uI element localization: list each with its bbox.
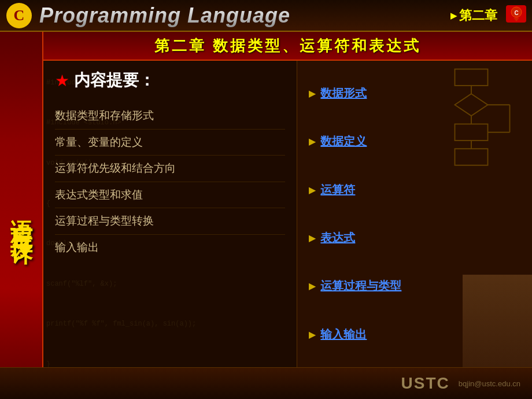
svg-text:C: C	[514, 10, 518, 16]
section-title-text: 内容提要：	[74, 69, 155, 91]
c-circle-icon: C	[6, 3, 32, 28]
arrow-icon-3: ▶	[309, 184, 316, 195]
link-item-4[interactable]: ▶ 表达式	[309, 227, 520, 249]
link-item-2[interactable]: ▶ 数据定义	[309, 130, 520, 153]
bottom-email: bqjin@ustc.edu.cn	[459, 379, 520, 388]
chapter-label: 第二章	[459, 7, 497, 24]
main-content: ★ 内容提要： 数据类型和存储形式 常量、变量的定义 运算符优先级和结合方向 表…	[43, 61, 532, 367]
chapter-title-bar: 第二章 数据类型、运算符和表达式	[43, 32, 532, 61]
content-right-panel: ▶ 数据形式 ▶ 数据定义 ▶ 运算符 ▶ 表达式 ▶ 运算过程与类型 ▶	[297, 61, 532, 367]
header-chapter: 第二章	[450, 7, 497, 24]
section-title: ★ 内容提要：	[55, 69, 285, 91]
content-item-2: 常量、变量的定义	[55, 130, 285, 156]
slide-container: #include <math.h> #include <stdio.h> voi…	[0, 0, 532, 399]
arrow-icon-6: ▶	[309, 329, 316, 340]
arrow-icon-2: ▶	[309, 136, 316, 147]
left-sidebar: 语言程序设计	[0, 32, 43, 399]
header-title: Programming Language	[34, 3, 450, 28]
link-text-3[interactable]: 运算符	[320, 182, 355, 198]
content-item-1: 数据类型和存储形式	[55, 103, 285, 130]
bottom-bar: USTC bqjin@ustc.edu.cn	[0, 367, 532, 399]
link-text-4[interactable]: 表达式	[320, 230, 355, 246]
content-left-panel: ★ 内容提要： 数据类型和存储形式 常量、变量的定义 运算符优先级和结合方向 表…	[43, 61, 297, 367]
content-item-5: 运算过程与类型转换	[55, 208, 285, 235]
content-item-3: 运算符优先级和结合方向	[55, 156, 285, 182]
c-logo: C	[5, 1, 34, 30]
content-item-6: 输入输出	[55, 235, 285, 261]
arrow-icon-5: ▶	[309, 280, 316, 291]
link-text-1[interactable]: 数据形式	[320, 86, 367, 101]
arrow-icon-4: ▶	[309, 232, 316, 243]
link-item-6[interactable]: ▶ 输入输出	[309, 323, 520, 346]
chapter-title-text: 第二章 数据类型、运算符和表达式	[154, 36, 421, 56]
link-item-3[interactable]: ▶ 运算符	[309, 179, 520, 201]
corner-logo: C	[506, 5, 529, 25]
arrow-icon-1: ▶	[309, 88, 316, 99]
link-item-1[interactable]: ▶ 数据形式	[309, 82, 520, 105]
ustc-logo: USTC	[401, 374, 450, 393]
svg-marker-12	[513, 18, 519, 21]
star-icon: ★	[55, 71, 69, 90]
link-text-2[interactable]: 数据定义	[320, 134, 367, 149]
corner-logo-img: C	[506, 5, 526, 23]
content-item-4: 表达式类型和求值	[55, 182, 285, 209]
sidebar-text: 语言程序设计	[6, 202, 36, 230]
link-text-5[interactable]: 运算过程与类型	[320, 278, 401, 294]
link-text-6[interactable]: 输入输出	[320, 327, 367, 342]
header: C Programming Language 第二章 C	[0, 0, 532, 32]
header-title-text: Programming Language	[39, 3, 290, 27]
link-item-5[interactable]: ▶ 运算过程与类型	[309, 275, 520, 297]
